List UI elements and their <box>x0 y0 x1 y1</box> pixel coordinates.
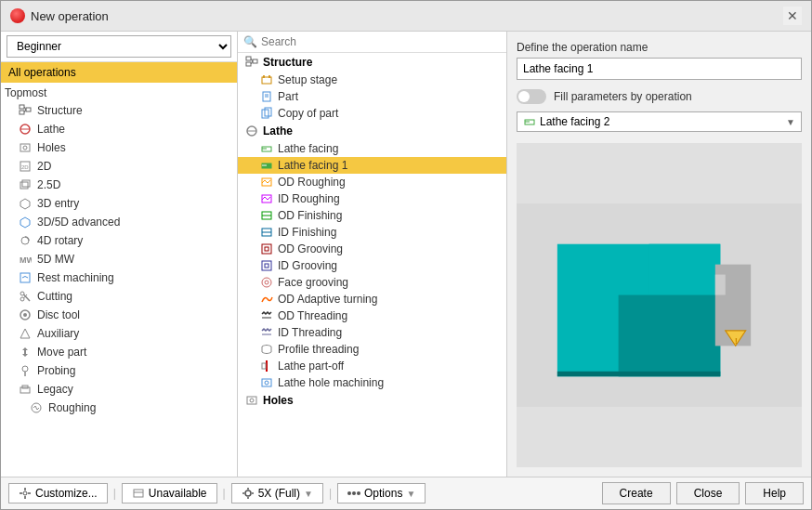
sidebar-item-rest[interactable]: Rest machining <box>1 268 237 287</box>
close-dialog-button[interactable]: Close <box>676 482 740 504</box>
odthread-icon <box>260 309 273 322</box>
sidebar-item-holes[interactable]: Holes <box>1 138 237 157</box>
svg-rect-1 <box>20 111 24 114</box>
close-button[interactable]: ✕ <box>783 7 802 25</box>
sidebar-item-3d[interactable]: 3D entry <box>1 194 237 213</box>
ops-item-idgroove[interactable]: ID Grooving <box>238 257 506 274</box>
middle-panel: 🔍 Structure Setup stage Pa <box>238 32 507 477</box>
ops-item-odgroove[interactable]: OD Grooving <box>238 241 506 257</box>
ops-item-partoff[interactable]: Lathe part-off <box>238 358 506 374</box>
left-panel: Beginner All operations Topmost Structur… <box>1 32 238 477</box>
sidebar-item-lathe[interactable]: Lathe <box>1 120 237 138</box>
customize-icon <box>19 487 32 500</box>
svg-rect-78 <box>557 372 720 376</box>
ops-item-odfinish[interactable]: OD Finishing <box>238 207 506 224</box>
svg-point-24 <box>22 366 28 372</box>
sidebar-item-movepart[interactable]: Move part <box>1 343 237 361</box>
unavailable-icon <box>132 487 145 500</box>
ops-item-odthread[interactable]: OD Threading <box>238 307 506 324</box>
help-button[interactable]: Help <box>745 482 804 504</box>
ops-item-facegroove[interactable]: Face grooving <box>238 274 506 291</box>
part-icon <box>260 90 273 103</box>
customize-button[interactable]: Customize... <box>8 483 108 503</box>
svg-rect-7 <box>20 144 30 151</box>
facing1-icon <box>260 159 273 172</box>
ops-item-odadapt[interactable]: OD Adaptive turning <box>238 291 506 307</box>
sidebar-item-3d5d[interactable]: 3D/5D advanced <box>1 213 237 231</box>
right-panel: Define the operation name Fill parameter… <box>507 32 811 477</box>
svg-rect-55 <box>265 247 268 251</box>
lathole-icon <box>260 376 273 389</box>
ops-item-odrough[interactable]: OD Roughing <box>238 174 506 190</box>
ops-item-idrough[interactable]: ID Roughing <box>238 190 506 207</box>
svg-text:!: ! <box>735 335 738 346</box>
ops-item-idthread[interactable]: ID Threading <box>238 324 506 341</box>
svg-point-91 <box>352 491 356 495</box>
sidebar-item-legacy[interactable]: Legacy <box>1 380 237 399</box>
sidebar-item-cutting[interactable]: Cutting <box>1 287 237 306</box>
odadapt-icon <box>260 293 273 306</box>
ops-item-lathole[interactable]: Lathe hole machining <box>238 374 506 391</box>
svg-rect-73 <box>619 295 721 377</box>
preview-svg: ! <box>517 143 802 467</box>
sidebar-item-4d[interactable]: 4D rotary <box>1 231 237 250</box>
dropdown-arrow-icon: ▼ <box>786 117 795 127</box>
idgroove-icon <box>260 259 273 272</box>
setup-icon <box>260 73 273 86</box>
svg-point-79 <box>23 491 27 495</box>
svg-marker-14 <box>20 217 30 228</box>
rest-icon <box>18 270 33 285</box>
sidebar-item-disc[interactable]: Disc tool <box>1 306 237 324</box>
roughing-icon <box>29 400 44 415</box>
sidebar-item-25d[interactable]: 2.5D <box>1 176 237 194</box>
svg-rect-2 <box>26 108 31 111</box>
svg-rect-11 <box>20 182 28 189</box>
svg-rect-0 <box>20 105 24 109</box>
new-operation-window: New operation ✕ Beginner All operations … <box>0 0 812 510</box>
op-name-input[interactable] <box>517 58 802 80</box>
ops-item-profthread[interactable]: Profile threading <box>238 341 506 358</box>
svg-rect-66 <box>247 397 256 404</box>
fill-dropdown[interactable]: Lathe facing 2 ▼ <box>517 111 802 132</box>
sidebar-item-probing[interactable]: Probing <box>1 361 237 380</box>
create-button[interactable]: Create <box>602 482 671 504</box>
svg-text:2D: 2D <box>21 164 29 170</box>
svg-point-23 <box>23 313 27 317</box>
probe-icon <box>18 363 33 378</box>
ops-item-idfinish[interactable]: ID Finishing <box>238 224 506 241</box>
svg-point-8 <box>23 146 27 150</box>
legacy-icon <box>18 382 33 397</box>
sidebar-item-2d[interactable]: 2D 2D <box>1 157 237 176</box>
facing-icon <box>260 142 273 155</box>
profthread-icon <box>260 343 273 356</box>
structure-section-icon <box>245 56 258 69</box>
sidebar-item-5d[interactable]: MW 5D MW <box>1 250 237 268</box>
search-input[interactable] <box>261 35 501 48</box>
svg-rect-30 <box>246 62 251 66</box>
unavailable-button[interactable]: Unavailable <box>122 483 217 503</box>
ops-section-holes: Holes <box>238 391 506 410</box>
svg-rect-12 <box>22 180 30 187</box>
sidebar-item-roughing[interactable]: Roughing <box>1 399 237 417</box>
4d-icon <box>18 233 33 248</box>
search-bar: 🔍 <box>238 32 506 53</box>
beginner-dropdown[interactable]: Beginner <box>7 35 231 58</box>
holes-section-icon <box>245 394 258 407</box>
options-button[interactable]: Options ▼ <box>337 483 426 503</box>
left-tree: Topmost Structure Lathe <box>1 83 237 477</box>
ops-item-setup[interactable]: Setup stage <box>238 72 506 88</box>
ops-item-part[interactable]: Part <box>238 88 506 105</box>
lathe-icon <box>18 122 33 137</box>
facegroove-icon <box>260 276 273 289</box>
fill-toggle[interactable] <box>517 89 546 104</box>
ops-item-lathefacing1[interactable]: Lathe facing 1 <box>238 157 506 174</box>
sidebar-item-auxiliary[interactable]: Auxiliary <box>1 324 237 343</box>
toggle-knob <box>518 91 530 102</box>
ops-item-lathefacing[interactable]: Lathe facing <box>238 140 506 157</box>
ops-item-copypart[interactable]: Copy of part <box>238 105 506 122</box>
svg-rect-31 <box>253 59 257 63</box>
sidebar-item-structure[interactable]: Structure <box>1 101 237 120</box>
all-operations-item[interactable]: All operations <box>1 62 237 83</box>
app-icon <box>10 8 25 23</box>
fullness-button[interactable]: 5X (Full) ▼ <box>231 483 323 503</box>
